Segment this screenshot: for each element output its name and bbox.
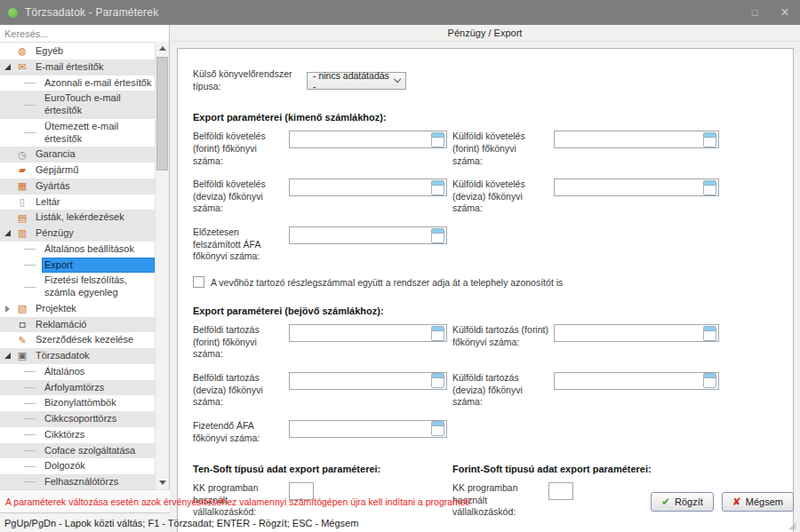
scroll-up-icon[interactable] (156, 42, 169, 55)
field-label: Belföldi tartozás (forint) főkönyvi szám… (193, 324, 284, 361)
tree-line (24, 434, 36, 435)
chevron-down-icon (394, 75, 401, 83)
tree-item-egyeb[interactable]: ◍Egyéb (0, 44, 155, 60)
tree-item-arfolyamtorzs[interactable]: Árfolyamtörzs (0, 380, 155, 396)
tree-item-gyartas[interactable]: ▦Gyártás (0, 179, 155, 195)
tree-line (24, 249, 36, 250)
tree-item-label: E-mail értesítők (33, 60, 155, 75)
sidebar: ◍Egyéb✉E-mail értesítőkAzonnali e-mail é… (0, 25, 170, 489)
incoming-field-3[interactable] (554, 372, 719, 390)
tree-item-reklamacio[interactable]: ◘Reklamáció (0, 317, 155, 333)
lookup-icon[interactable] (703, 132, 716, 147)
statusbar-text: PgUp/PgDn - Lapok közti váltás; F1 - Tör… (4, 518, 358, 528)
outgoing-field-3[interactable] (554, 179, 719, 196)
resize-grip[interactable]: ◢ (788, 521, 796, 532)
envelope-icon: ✉ (15, 62, 29, 72)
tree-item-felhasznalotorzs[interactable]: Felhasználótörzs (0, 474, 155, 489)
lookup-icon[interactable] (703, 326, 716, 341)
collapse-icon[interactable] (0, 353, 15, 359)
car-icon: ▰ (15, 165, 29, 175)
tree-item-cikkcsoporttorzs[interactable]: Cikkcsoporttörzs (0, 411, 155, 427)
tree-item-altalanos-beallitasok[interactable]: Általános beállítások (0, 242, 155, 258)
tree-item-export[interactable]: Export (0, 258, 155, 274)
outgoing-field-2-input[interactable] (290, 180, 429, 195)
lookup-icon[interactable] (431, 180, 444, 195)
tree-item-azonnali-e-mail-ertesitok[interactable]: Azonnali e-mail értesítők (0, 75, 155, 91)
tree-item-bizonylattombok[interactable]: Bizonylattömbök (0, 395, 155, 411)
x-icon: ✘ (732, 496, 741, 507)
tree-item-utemezett-e-mail-ertesitok[interactable]: Ütemezett e-mail értesítők (0, 119, 155, 147)
tree-item-e-mail-ertesitok[interactable]: ✉E-mail értesítők (0, 60, 155, 75)
tree-item-listak-lekerdezesek[interactable]: ▤Listák, lekérdezések (0, 210, 155, 226)
restart-warning: A paraméterek változása esetén azok érvé… (5, 496, 471, 507)
tree-line (24, 418, 36, 419)
outgoing-field-3-input[interactable] (555, 180, 701, 195)
maximize-icon: □ (752, 8, 758, 18)
incoming-field-3-input[interactable] (555, 374, 701, 388)
lookup-icon[interactable] (431, 132, 444, 147)
incoming-field-4-input[interactable] (290, 422, 429, 436)
outgoing-field-2[interactable] (289, 179, 447, 196)
expand-icon[interactable] (0, 306, 15, 313)
incoming-field-0[interactable] (289, 324, 447, 342)
breadcrumb: Pénzügy / Export (170, 25, 800, 42)
tree-item-garancia[interactable]: ◷Garancia (0, 147, 155, 163)
tree-item-altalanos[interactable]: Általános (0, 364, 155, 380)
save-button[interactable]: ✔ Rögzít (651, 492, 714, 512)
checkbox-icon[interactable] (193, 276, 204, 288)
close-icon: × (780, 5, 788, 20)
tree-item-szerzodesek-kezelese[interactable]: ✎Szerződések kezelése (0, 332, 155, 348)
cancel-label: Mégsem (746, 496, 783, 507)
accounting-system-select[interactable]: - nincs adatátadás - (307, 72, 406, 90)
titlebar[interactable]: Törzsadatok - Paraméterek □ × (0, 0, 800, 25)
lookup-icon[interactable] (431, 326, 444, 341)
incoming-field-4[interactable] (289, 420, 447, 438)
collapse-icon[interactable] (0, 230, 15, 236)
outgoing-field-4-input[interactable] (290, 228, 429, 242)
incoming-field-1-input[interactable] (555, 326, 701, 340)
tree-item-leltar[interactable]: ▯Leltár (0, 195, 155, 210)
tree-item-label: Dolgozók (42, 458, 155, 474)
collapse-icon[interactable] (0, 64, 15, 70)
tree-item-label: Árfolyamtörzs (42, 380, 155, 396)
search-input[interactable] (0, 27, 169, 43)
forintsoft-code-input[interactable] (548, 482, 573, 500)
tree-line (24, 481, 36, 482)
tree-item-eurotouch-e-mail-ertesitok[interactable]: EuroTouch e-mail értesítők (0, 91, 155, 119)
incoming-field-2-input[interactable] (290, 374, 429, 388)
tree-item-projektek[interactable]: ▧Projektek (0, 301, 155, 317)
lookup-icon[interactable] (431, 373, 444, 388)
cancel-button[interactable]: ✘ Mégsem (722, 492, 794, 512)
tree-item-fizetesi-felszolitas-szamla-egyenleg[interactable]: Fizetési felszólítás, számla egyenleg (0, 273, 155, 301)
outgoing-field-1-input[interactable] (555, 132, 701, 147)
tree-item-gepjarmu[interactable]: ▰Gépjármű (0, 163, 155, 179)
tree-item-label: Gyártás (33, 179, 155, 195)
tree-item-cikktorzs[interactable]: Cikktörzs (0, 427, 155, 443)
tree-item-coface-szolgaltatasa[interactable]: Coface szolgáltatása (0, 443, 155, 459)
transfer-site-id-checkbox-row[interactable]: A vevőhöz tartozó részlegszámmal együtt … (193, 276, 793, 288)
finance-icon: ▥ (15, 228, 29, 238)
outgoing-field-0[interactable] (289, 131, 447, 148)
tree-item-label: Pénzügy (33, 226, 155, 242)
tree-item-label: Szerződések kezelése (33, 332, 155, 348)
sidebar-scrollbar[interactable] (155, 42, 169, 489)
tree-item-dolgozok[interactable]: Dolgozók (0, 458, 155, 474)
close-button[interactable]: × (770, 0, 800, 25)
tree-line (24, 403, 36, 404)
outgoing-field-0-input[interactable] (290, 132, 429, 147)
outgoing-field-4[interactable] (289, 226, 447, 244)
tree-item-torzsadatok[interactable]: ▣Törzsadatok (0, 348, 155, 364)
tree-item-penzugy[interactable]: ▥Pénzügy (0, 226, 155, 242)
outgoing-field-1[interactable] (554, 131, 719, 148)
maximize-button[interactable]: □ (740, 0, 770, 25)
incoming-field-1[interactable] (554, 324, 719, 342)
scroll-down-icon[interactable] (156, 476, 169, 489)
lookup-icon[interactable] (431, 421, 444, 436)
lookup-icon[interactable] (703, 373, 716, 388)
incoming-field-2[interactable] (289, 372, 447, 390)
scrollbar-thumb[interactable] (156, 57, 168, 171)
lookup-icon[interactable] (431, 228, 444, 243)
incoming-field-0-input[interactable] (290, 326, 429, 340)
tree-item-label: Coface szolgáltatása (42, 443, 155, 459)
lookup-icon[interactable] (703, 180, 716, 195)
